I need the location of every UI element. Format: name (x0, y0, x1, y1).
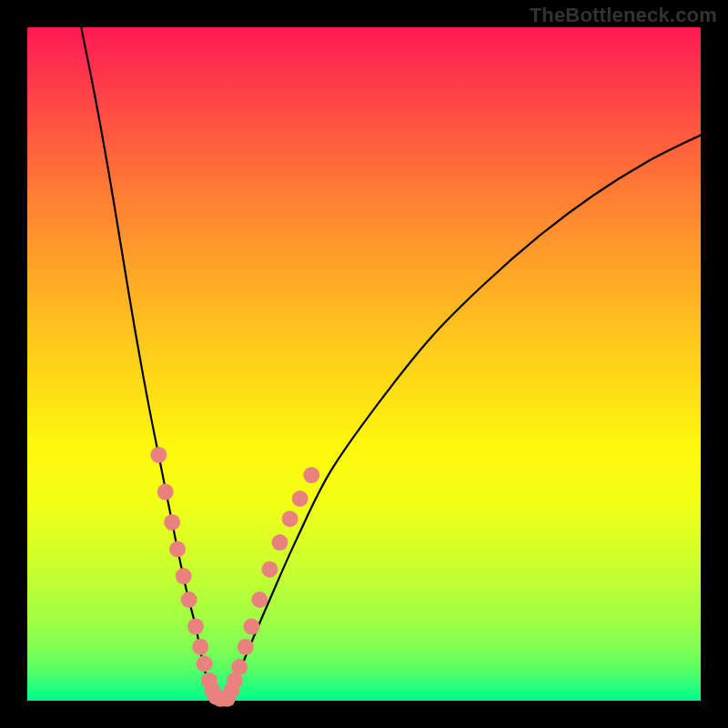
chart-overlay (27, 27, 701, 701)
data-point (192, 639, 208, 655)
watermark-text: TheBottleneck.com (530, 4, 717, 27)
data-point (169, 541, 186, 558)
data-point (157, 484, 174, 500)
data-point (303, 467, 319, 483)
data-point (164, 514, 180, 531)
data-point (243, 619, 259, 635)
data-point (150, 447, 167, 463)
data-point (181, 592, 197, 608)
data-point (261, 561, 278, 578)
curve-curve-right (229, 135, 701, 701)
plot-area (27, 27, 701, 701)
data-point (292, 490, 308, 507)
data-point (176, 568, 192, 584)
data-point (282, 511, 298, 527)
data-point (187, 619, 204, 635)
data-point (197, 655, 213, 672)
data-point (238, 639, 254, 655)
curve-group (81, 27, 701, 701)
data-point (231, 659, 248, 675)
scatter-group (150, 447, 319, 707)
data-point (272, 534, 288, 551)
data-point (251, 592, 268, 608)
chart-canvas: TheBottleneck.com (0, 0, 728, 728)
